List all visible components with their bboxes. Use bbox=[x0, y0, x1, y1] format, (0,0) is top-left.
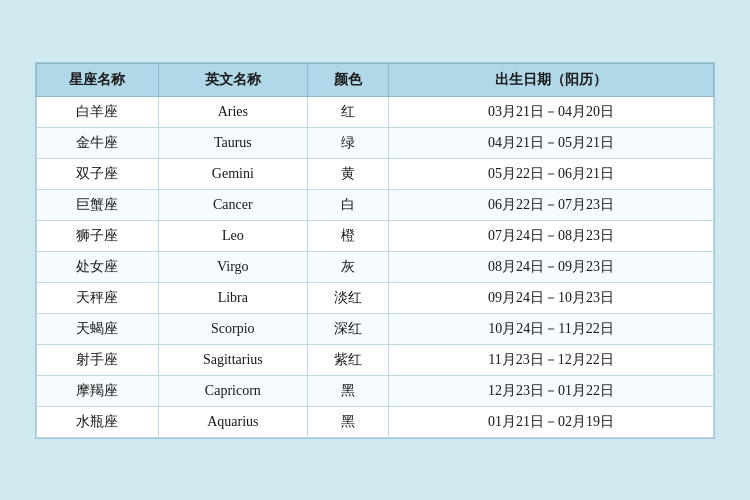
table-row: 水瓶座Aquarius黑01月21日－02月19日 bbox=[37, 406, 714, 437]
cell-color: 灰 bbox=[307, 251, 388, 282]
cell-color: 黑 bbox=[307, 375, 388, 406]
cell-cn: 狮子座 bbox=[37, 220, 159, 251]
cell-cn: 巨蟹座 bbox=[37, 189, 159, 220]
cell-date: 03月21日－04月20日 bbox=[389, 96, 714, 127]
header-color: 颜色 bbox=[307, 63, 388, 96]
table-row: 双子座Gemini黄05月22日－06月21日 bbox=[37, 158, 714, 189]
table-row: 射手座Sagittarius紫红11月23日－12月22日 bbox=[37, 344, 714, 375]
table-row: 巨蟹座Cancer白06月22日－07月23日 bbox=[37, 189, 714, 220]
cell-date: 01月21日－02月19日 bbox=[389, 406, 714, 437]
cell-cn: 双子座 bbox=[37, 158, 159, 189]
cell-date: 07月24日－08月23日 bbox=[389, 220, 714, 251]
table-row: 摩羯座Capricorn黑12月23日－01月22日 bbox=[37, 375, 714, 406]
zodiac-table: 星座名称 英文名称 颜色 出生日期（阳历） 白羊座Aries红03月21日－04… bbox=[36, 63, 714, 438]
cell-color: 黄 bbox=[307, 158, 388, 189]
cell-date: 04月21日－05月21日 bbox=[389, 127, 714, 158]
cell-cn: 天蝎座 bbox=[37, 313, 159, 344]
cell-color: 白 bbox=[307, 189, 388, 220]
cell-en: Aries bbox=[158, 96, 307, 127]
cell-en: Capricorn bbox=[158, 375, 307, 406]
table-header-row: 星座名称 英文名称 颜色 出生日期（阳历） bbox=[37, 63, 714, 96]
cell-cn: 金牛座 bbox=[37, 127, 159, 158]
cell-color: 橙 bbox=[307, 220, 388, 251]
cell-color: 红 bbox=[307, 96, 388, 127]
cell-color: 淡红 bbox=[307, 282, 388, 313]
cell-cn: 射手座 bbox=[37, 344, 159, 375]
cell-cn: 天秤座 bbox=[37, 282, 159, 313]
table-row: 天秤座Libra淡红09月24日－10月23日 bbox=[37, 282, 714, 313]
cell-en: Libra bbox=[158, 282, 307, 313]
header-en: 英文名称 bbox=[158, 63, 307, 96]
cell-date: 06月22日－07月23日 bbox=[389, 189, 714, 220]
table-row: 金牛座Taurus绿04月21日－05月21日 bbox=[37, 127, 714, 158]
table-row: 处女座Virgo灰08月24日－09月23日 bbox=[37, 251, 714, 282]
cell-en: Cancer bbox=[158, 189, 307, 220]
header-cn: 星座名称 bbox=[37, 63, 159, 96]
cell-en: Scorpio bbox=[158, 313, 307, 344]
cell-date: 08月24日－09月23日 bbox=[389, 251, 714, 282]
table-row: 狮子座Leo橙07月24日－08月23日 bbox=[37, 220, 714, 251]
cell-en: Taurus bbox=[158, 127, 307, 158]
cell-date: 05月22日－06月21日 bbox=[389, 158, 714, 189]
header-date: 出生日期（阳历） bbox=[389, 63, 714, 96]
cell-cn: 摩羯座 bbox=[37, 375, 159, 406]
cell-cn: 处女座 bbox=[37, 251, 159, 282]
cell-cn: 白羊座 bbox=[37, 96, 159, 127]
cell-en: Gemini bbox=[158, 158, 307, 189]
cell-color: 深红 bbox=[307, 313, 388, 344]
cell-en: Sagittarius bbox=[158, 344, 307, 375]
table-row: 天蝎座Scorpio深红10月24日－11月22日 bbox=[37, 313, 714, 344]
cell-date: 10月24日－11月22日 bbox=[389, 313, 714, 344]
cell-en: Leo bbox=[158, 220, 307, 251]
cell-cn: 水瓶座 bbox=[37, 406, 159, 437]
cell-date: 09月24日－10月23日 bbox=[389, 282, 714, 313]
table-row: 白羊座Aries红03月21日－04月20日 bbox=[37, 96, 714, 127]
cell-date: 11月23日－12月22日 bbox=[389, 344, 714, 375]
cell-date: 12月23日－01月22日 bbox=[389, 375, 714, 406]
cell-en: Aquarius bbox=[158, 406, 307, 437]
cell-color: 黑 bbox=[307, 406, 388, 437]
cell-color: 绿 bbox=[307, 127, 388, 158]
cell-color: 紫红 bbox=[307, 344, 388, 375]
cell-en: Virgo bbox=[158, 251, 307, 282]
zodiac-table-container: 星座名称 英文名称 颜色 出生日期（阳历） 白羊座Aries红03月21日－04… bbox=[35, 62, 715, 439]
